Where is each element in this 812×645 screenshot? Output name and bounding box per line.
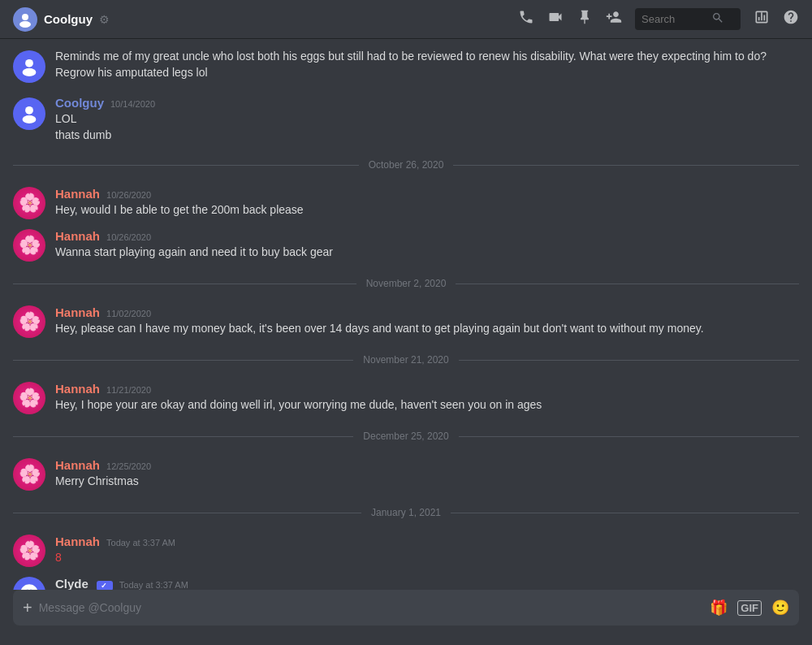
- message-header: Coolguy 10/14/2020: [55, 96, 799, 110]
- header-left: Coolguy ⚙: [13, 7, 508, 32]
- hannah2-text: Wanna start playing again and need it to…: [55, 245, 799, 261]
- clyde-username: Clyde: [55, 577, 89, 590]
- hannah3-text: Hey, please can I have my money back, it…: [55, 321, 799, 337]
- svg-point-5: [23, 115, 37, 123]
- date-divider-label: October 26, 2020: [359, 159, 454, 171]
- date-divider-oct26: October 26, 2020: [13, 159, 799, 171]
- hannah6-timestamp: Today at 3:37 AM: [106, 538, 175, 548]
- hannah2-header: Hannah 10/26/2020: [55, 229, 799, 243]
- message-group-hannah3: 🌸 Hannah 11/02/2020 Hey, please can I ha…: [13, 302, 799, 341]
- search-bar[interactable]: [635, 8, 741, 30]
- coolguy-message-content: Coolguy 10/14/2020 LOL thats dumb: [55, 96, 799, 143]
- date-divider-dec25: December 25, 2020: [13, 431, 799, 442]
- hannah5-timestamp: 12/25/2020: [106, 461, 151, 471]
- message-group-coolguy: Coolguy 10/14/2020 LOL thats dumb: [13, 93, 799, 146]
- hannah5-header: Hannah 12/25/2020: [55, 458, 799, 472]
- header-username: Coolguy: [44, 12, 93, 26]
- svg-point-4: [25, 106, 33, 115]
- hannah4-header: Hannah 11/21/2020: [55, 382, 799, 396]
- hannah6-text: 8: [55, 550, 799, 566]
- clyde-header: Clyde ✓ Today at 3:37 AM: [55, 577, 799, 590]
- header-cog-icon[interactable]: ⚙: [99, 13, 110, 26]
- hannah-avatar-2: 🌸: [13, 229, 45, 262]
- message-input[interactable]: [39, 601, 704, 614]
- hannah-avatar-5: 🌸: [13, 458, 45, 491]
- input-area: + 🎁 GIF 🙂: [0, 590, 812, 645]
- date-divider-jan1: January 1, 2021: [13, 507, 799, 518]
- svg-point-1: [19, 21, 31, 28]
- hannah6-content: Hannah Today at 3:37 AM 8: [55, 535, 799, 567]
- date-divider-nov21: November 21, 2020: [13, 354, 799, 366]
- svg-point-0: [22, 14, 28, 20]
- header: Coolguy ⚙: [0, 0, 812, 39]
- hannah-avatar-1: 🌸: [13, 187, 45, 219]
- pin-icon[interactable]: [577, 9, 593, 29]
- hannah1-timestamp: 10/26/2020: [106, 190, 151, 200]
- help-icon[interactable]: [783, 9, 799, 29]
- hannah-username-4: Hannah: [55, 382, 100, 396]
- hannah5-content: Hannah 12/25/2020 Merry Christmas: [55, 458, 799, 491]
- coolguy-avatar: [13, 50, 45, 83]
- hannah-username-2: Hannah: [55, 229, 100, 243]
- svg-point-2: [25, 59, 33, 67]
- hannah4-content: Hannah 11/21/2020 Hey, I hope your are o…: [55, 382, 799, 414]
- coolguy-username: Coolguy: [55, 96, 104, 110]
- input-right-icons: 🎁 GIF 🙂: [710, 599, 789, 617]
- add-friend-icon[interactable]: [606, 9, 622, 29]
- date-divider-nov2: November 2, 2020: [13, 278, 799, 289]
- date-divider-dec25-label: December 25, 2020: [353, 431, 458, 442]
- gift-icon[interactable]: 🎁: [710, 599, 728, 617]
- gif-button[interactable]: GIF: [737, 600, 762, 616]
- hannah-username-3: Hannah: [55, 305, 100, 319]
- hannah5-text: Merry Christmas: [55, 474, 799, 490]
- hannah-avatar-6: 🌸: [13, 535, 45, 567]
- hannah4-text: Hey, I hope your are okay and doing well…: [55, 397, 799, 413]
- date-divider-jan1-label: January 1, 2021: [361, 507, 451, 518]
- message-group-hannah5: 🌸 Hannah 12/25/2020 Merry Christmas: [13, 455, 799, 494]
- coolguy-avatar-2: [13, 97, 45, 130]
- search-input[interactable]: [641, 13, 706, 25]
- hannah-username-6: Hannah: [55, 535, 100, 548]
- hannah3-content: Hannah 11/02/2020 Hey, please can I have…: [55, 305, 799, 338]
- hannah6-header: Hannah Today at 3:37 AM: [55, 535, 799, 548]
- search-icon: [711, 11, 724, 27]
- svg-point-3: [23, 68, 37, 76]
- hannah1-text: Hey, would I be able to get the 200m bac…: [55, 202, 799, 219]
- hannah2-timestamp: 10/26/2020: [106, 232, 151, 242]
- message-group-clyde: Clyde ✓ Today at 3:37 AM Your message co…: [13, 574, 799, 590]
- message-content: Reminds me of my great uncle who lost bo…: [55, 49, 799, 83]
- top-message: Reminds me of my great uncle who lost bo…: [13, 39, 799, 93]
- emoji-icon[interactable]: 🙂: [771, 599, 789, 617]
- coolguy-thatsdumb: thats dumb: [55, 128, 799, 144]
- coolguy-timestamp: 10/14/2020: [110, 99, 155, 109]
- message-group: Reminds me of my great uncle who lost bo…: [13, 45, 799, 86]
- header-icons: [518, 8, 799, 30]
- input-box: + 🎁 GIF 🙂: [13, 590, 799, 626]
- date-divider-nov2-label: November 2, 2020: [356, 278, 456, 289]
- hannah1-content: Hannah 10/26/2020 Hey, would I be able t…: [55, 187, 799, 219]
- hannah3-timestamp: 11/02/2020: [106, 309, 151, 318]
- header-avatar: [13, 7, 37, 32]
- input-add-button[interactable]: +: [23, 599, 32, 617]
- message-group-hannah6: 🌸 Hannah Today at 3:37 AM 8: [13, 531, 799, 570]
- clyde-content: Clyde ✓ Today at 3:37 AM Your message co…: [55, 577, 799, 590]
- call-icon[interactable]: [518, 9, 534, 29]
- hannah4-timestamp: 11/21/2020: [106, 385, 151, 395]
- message-group-hannah2: 🌸 Hannah 10/26/2020 Wanna start playing …: [13, 226, 799, 265]
- video-icon[interactable]: [547, 9, 564, 29]
- hannah3-header: Hannah 11/02/2020: [55, 305, 799, 319]
- clyde-avatar: [13, 577, 45, 590]
- inbox-icon[interactable]: [754, 9, 770, 29]
- messages-area: Reminds me of my great uncle who lost bo…: [0, 39, 812, 590]
- clyde-timestamp: Today at 3:37 AM: [119, 580, 188, 590]
- top-partial-text: Reminds me of my great uncle who lost bo…: [55, 49, 799, 80]
- hannah-username-5: Hannah: [55, 458, 100, 472]
- date-divider-nov21-label: November 21, 2020: [353, 354, 458, 366]
- hannah-username-1: Hannah: [55, 187, 100, 201]
- hannah2-content: Hannah 10/26/2020 Wanna start playing ag…: [55, 229, 799, 262]
- hannah-avatar-3: 🌸: [13, 305, 45, 338]
- bot-badge-check: ✓: [101, 582, 107, 590]
- hannah1-header: Hannah 10/26/2020: [55, 187, 799, 201]
- bot-badge: ✓: [97, 581, 113, 590]
- coolguy-lol: LOL: [55, 111, 799, 128]
